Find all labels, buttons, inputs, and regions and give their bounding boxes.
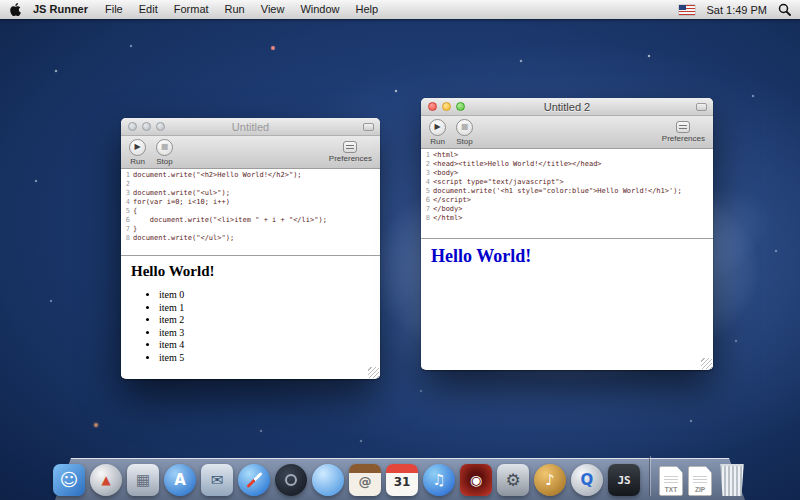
title-bar[interactable]: Untitled — [121, 118, 380, 136]
photo-booth-lens-icon: ◉ — [470, 473, 482, 487]
dock-item-iweb[interactable] — [312, 464, 344, 496]
app-menu[interactable]: JS Runner — [24, 0, 97, 19]
dock-item-ical[interactable]: 31 — [386, 464, 418, 496]
code-line: 4for(var i=0; i<10; i++) — [121, 198, 380, 207]
menu-run[interactable]: Run — [217, 0, 253, 19]
calendar-icon: 31 — [394, 475, 411, 489]
menu-format[interactable]: Format — [166, 0, 217, 19]
run-label: Run — [430, 137, 445, 146]
zoom-button[interactable] — [156, 122, 165, 131]
output-list-item: item 1 — [159, 302, 370, 315]
run-label: Run — [130, 157, 145, 166]
code-line: 4<script type="text/javascript"> — [421, 178, 713, 187]
code-text: </html> — [433, 214, 463, 223]
stop-label: Stop — [156, 157, 172, 166]
line-number: 7 — [421, 205, 433, 214]
dock-item-finder[interactable]: ☺ — [53, 464, 85, 496]
input-source-flag-icon[interactable] — [679, 5, 695, 15]
code-line: 7</body> — [421, 205, 713, 214]
preferences-icon — [343, 141, 357, 153]
title-bar[interactable]: Untitled 2 — [421, 98, 713, 116]
gear-icon: ⚙ — [505, 472, 520, 489]
window-untitled-2: Untitled 2 ▶ Run ■ Stop Preferences 1<ht… — [421, 98, 713, 370]
dock-item-address-book[interactable]: @ — [349, 464, 381, 496]
preferences-button[interactable]: Preferences — [662, 121, 705, 143]
code-text: document.write("<li>item " + i + "</li>"… — [133, 216, 327, 225]
apple-menu-icon[interactable] — [10, 3, 21, 16]
dock-item-js-runner[interactable]: JS — [608, 464, 640, 496]
code-text: <head><title>Hello World!</title></head> — [433, 160, 602, 169]
code-line: 2 — [121, 180, 380, 189]
preferences-button[interactable]: Preferences — [329, 141, 372, 163]
dock-divider — [649, 456, 650, 496]
line-number: 4 — [421, 178, 433, 187]
code-text: <body> — [433, 169, 458, 178]
spotlight-icon[interactable] — [778, 3, 791, 16]
js-runner-icon: JS — [617, 475, 630, 486]
output-pane[interactable]: Hello World! — [421, 238, 713, 369]
safari-compass-icon — [246, 472, 262, 488]
code-text: </body> — [433, 205, 463, 214]
minimize-button[interactable] — [142, 122, 151, 131]
line-number: 8 — [121, 234, 133, 243]
dock-item-garageband[interactable]: ♪ — [534, 464, 566, 496]
output-pane[interactable]: Hello World! item 0 item 1 item 2 item 3… — [121, 255, 380, 378]
minimize-button[interactable] — [442, 102, 451, 111]
code-line: 6 document.write("<li>item " + i + "</li… — [121, 216, 380, 225]
dock-item-mission-control[interactable]: ▦ — [127, 464, 159, 496]
code-editor[interactable]: 1<html> 2<head><title>Hello World!</titl… — [421, 149, 713, 238]
dock-item-itunes[interactable]: ♫ — [423, 464, 455, 496]
menu-clock[interactable]: Sat 1:49 PM — [706, 4, 767, 16]
close-button[interactable] — [428, 102, 437, 111]
code-line: 1document.write("<h2>Hello World!</h2>")… — [121, 171, 380, 180]
dock-item-system-preferences[interactable]: ⚙ — [497, 464, 529, 496]
stop-button[interactable]: ■ Stop — [156, 139, 173, 166]
menu-help[interactable]: Help — [348, 0, 387, 19]
stop-icon: ■ — [461, 123, 469, 131]
menu-file[interactable]: File — [97, 0, 131, 19]
menu-edit[interactable]: Edit — [131, 0, 166, 19]
dock-item-trash[interactable] — [717, 462, 747, 496]
code-line: 5{ — [121, 207, 380, 216]
play-icon: ▶ — [134, 143, 140, 151]
run-button[interactable]: ▶ Run — [429, 119, 446, 146]
dock-item-dvd-player[interactable] — [275, 464, 307, 496]
menu-view[interactable]: View — [253, 0, 293, 19]
dock-item-photo-booth[interactable]: ◉ — [460, 464, 492, 496]
dock-item-txt-document[interactable]: TXT — [659, 466, 683, 496]
dock-item-mail[interactable]: ✉ — [201, 464, 233, 496]
dock-item-zip-document[interactable]: ZIP — [688, 466, 712, 496]
code-line: 3<body> — [421, 169, 713, 178]
code-text: document.write('<h1 style="color:blue">H… — [433, 187, 682, 196]
mail-envelope-icon: ✉ — [211, 473, 224, 488]
code-editor[interactable]: 1document.write("<h2>Hello World!</h2>")… — [121, 169, 380, 255]
stop-label: Stop — [456, 137, 472, 146]
code-text: </script> — [433, 196, 471, 205]
dock-item-app-store[interactable]: A — [164, 464, 196, 496]
toolbar-toggle-icon[interactable] — [363, 123, 374, 131]
txt-document-icon: TXT — [665, 486, 677, 495]
zoom-button[interactable] — [456, 102, 465, 111]
line-number: 5 — [121, 207, 133, 216]
output-list-item: item 5 — [159, 352, 370, 365]
line-number: 3 — [121, 189, 133, 198]
garageband-icon: ♪ — [545, 473, 555, 488]
code-text: { — [133, 207, 137, 216]
code-line: 8document.write("</ul>"); — [121, 234, 380, 243]
run-button[interactable]: ▶ Run — [129, 139, 146, 166]
toolbar-toggle-icon[interactable] — [696, 103, 707, 111]
menu-bar: JS Runner File Edit Format Run View Wind… — [0, 0, 800, 19]
code-line: 7} — [121, 225, 380, 234]
output-list-item: item 2 — [159, 314, 370, 327]
menu-window[interactable]: Window — [292, 0, 347, 19]
close-button[interactable] — [128, 122, 137, 131]
code-text: document.write("<ul>"); — [133, 189, 230, 198]
toolbar: ▶ Run ■ Stop Preferences — [421, 116, 713, 149]
dock-item-safari[interactable] — [238, 464, 270, 496]
finder-icon: ☺ — [60, 471, 79, 489]
dock-item-launchpad[interactable]: ▲ — [90, 464, 122, 496]
dock-item-quicktime[interactable]: Q — [571, 464, 603, 496]
code-text: <html> — [433, 151, 458, 160]
stop-button[interactable]: ■ Stop — [456, 119, 473, 146]
code-line: 6</script> — [421, 196, 713, 205]
